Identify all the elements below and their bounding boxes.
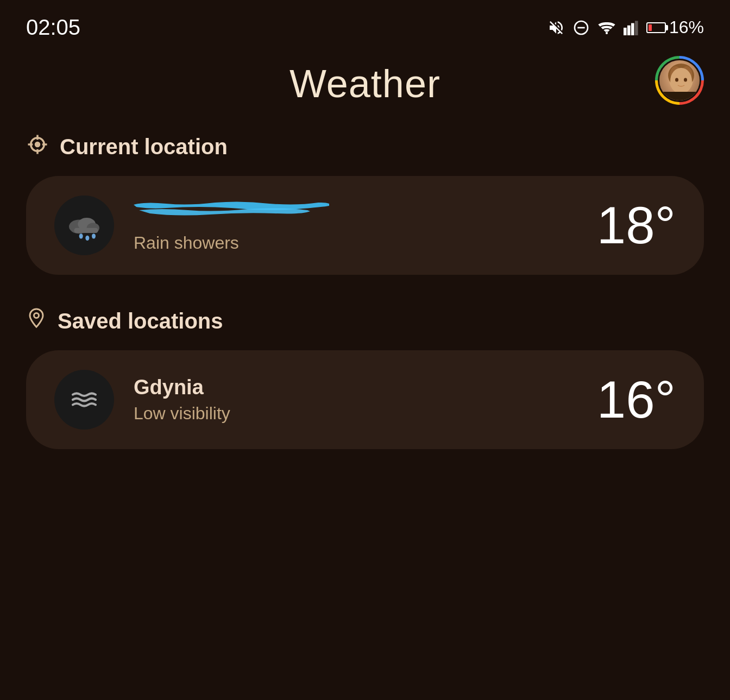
redacted-location-name [134, 198, 329, 223]
battery-indicator: 16% [646, 17, 704, 37]
signal-icon [624, 20, 639, 35]
battery-percent: 16% [669, 17, 704, 37]
status-time: 02:05 [26, 15, 80, 40]
current-temperature: 18° [597, 199, 676, 251]
svg-rect-14 [659, 92, 701, 102]
battery-icon [646, 22, 666, 33]
rain-cloud-icon [65, 206, 103, 244]
svg-point-2 [606, 31, 608, 34]
svg-point-16 [36, 143, 40, 147]
gdynia-location-name: Gdynia [134, 376, 230, 399]
svg-point-13 [684, 78, 687, 82]
crosshair-icon [26, 133, 49, 161]
avatar-ring [655, 56, 704, 105]
rain-cloud-icon-circle [54, 196, 114, 255]
svg-point-11 [670, 68, 692, 94]
svg-point-26 [85, 236, 89, 241]
svg-point-12 [675, 78, 678, 82]
wifi-icon [597, 20, 616, 35]
svg-point-28 [34, 313, 39, 318]
svg-rect-6 [635, 21, 638, 35]
current-location-card[interactable]: Rain showers 18° [26, 176, 704, 275]
app-header: Weather [0, 45, 730, 133]
saved-locations-label: Saved locations [58, 309, 223, 333]
svg-point-25 [79, 234, 83, 238]
page-title: Weather [290, 61, 440, 106]
svg-point-27 [92, 234, 96, 238]
gdynia-card-left: Gdynia Low visibility [54, 370, 597, 430]
dnd-icon [572, 19, 590, 36]
pin-icon [26, 307, 47, 335]
gdynia-temperature: 16° [597, 374, 676, 426]
current-location-header: Current location [26, 133, 704, 161]
user-avatar[interactable] [655, 56, 704, 105]
svg-rect-24 [74, 228, 98, 233]
gdynia-info: Gdynia Low visibility [134, 376, 230, 424]
svg-rect-4 [627, 25, 631, 35]
location-info: Rain showers [134, 198, 329, 253]
status-icons: 16% [548, 17, 704, 37]
fog-icon [65, 381, 103, 419]
status-bar: 02:05 [0, 0, 730, 45]
saved-locations-header: Saved locations [26, 307, 704, 335]
mute-icon [548, 19, 565, 36]
gdynia-condition: Low visibility [134, 403, 230, 424]
current-location-label: Current location [60, 135, 228, 159]
current-condition: Rain showers [134, 233, 329, 253]
svg-rect-3 [624, 28, 627, 35]
content: Current location [0, 133, 730, 449]
avatar-inner [658, 59, 701, 102]
card-left: Rain showers [54, 196, 597, 255]
svg-rect-5 [631, 23, 634, 35]
scribble-overlay [134, 198, 329, 221]
gdynia-card[interactable]: Gdynia Low visibility 16° [26, 350, 704, 449]
fog-icon-circle [54, 370, 114, 430]
avatar-face [659, 60, 700, 100]
